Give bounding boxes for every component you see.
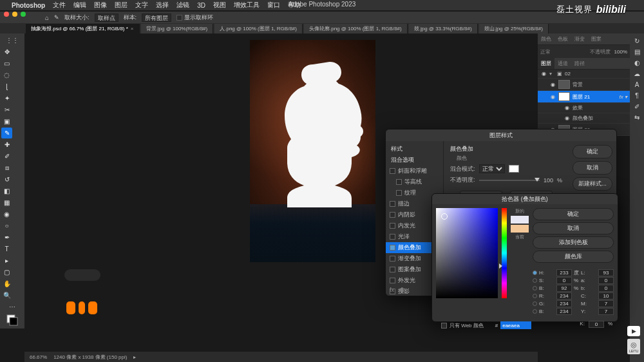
layer-effect-row[interactable]: ◉ 效果 — [538, 103, 630, 113]
paragraph-icon[interactable]: ¶ — [635, 92, 638, 99]
visibility-icon[interactable]: ◉ — [549, 94, 556, 100]
zoom-tool[interactable]: 🔍 — [1, 290, 12, 301]
menu-select[interactable]: 选择 — [156, 1, 169, 10]
frame-tool[interactable]: ▣ — [1, 116, 12, 127]
fx-menu-icon[interactable]: fx — [390, 287, 394, 293]
visibility-icon[interactable]: ◉ — [540, 71, 547, 77]
color-libraries-button[interactable]: 颜色库 — [533, 251, 614, 263]
picker-ring[interactable] — [441, 213, 448, 220]
dodge-tool[interactable]: ○ — [1, 220, 12, 231]
add-swatch-button[interactable]: 添加到色板 — [533, 236, 614, 249]
character-icon[interactable]: A — [635, 81, 639, 88]
h-input[interactable] — [556, 269, 572, 276]
hue-slider[interactable] — [502, 208, 507, 298]
swap-icon[interactable]: ⇆ — [634, 114, 639, 121]
tab-gradients[interactable]: 渐变 — [571, 33, 588, 44]
color-swatches[interactable] — [1, 313, 23, 327]
edit-toolbar[interactable]: ⋯ — [1, 301, 23, 312]
bb-input[interactable] — [556, 308, 572, 315]
doc-tab-4[interactable]: 鼓.jpg @ 33.3%(RGB/8#) — [409, 24, 478, 33]
blend-mode-select[interactable]: 正常 — [479, 164, 505, 173]
web-only-checkbox[interactable] — [441, 323, 447, 329]
history-brush-tool[interactable]: ↺ — [1, 174, 12, 185]
tab-layers[interactable]: 图层 — [538, 58, 554, 69]
opacity-value[interactable]: 100 — [544, 177, 553, 184]
styles-header[interactable]: 样式 — [386, 144, 443, 155]
tab-paths[interactable]: 路径 — [571, 58, 588, 69]
minimize-icon[interactable] — [12, 12, 17, 17]
opacity-value[interactable]: 100% — [614, 49, 627, 55]
visibility-icon[interactable]: ◉ — [549, 82, 556, 88]
bb-radio[interactable] — [533, 309, 537, 314]
healing-tool[interactable]: ✚ — [1, 139, 12, 150]
move-tool[interactable]: ✥ — [1, 46, 12, 57]
layer-effect-row[interactable]: ◉ 颜色叠加 — [538, 113, 630, 124]
doc-tab-3[interactable]: 头像轮廓.png @ 100% (图层 1, RGB/8#) — [304, 24, 408, 33]
blend-mode-select[interactable]: 正常 — [540, 48, 551, 55]
marquee-tool[interactable]: ◌ — [1, 70, 12, 81]
tab-swatches[interactable]: 色板 — [554, 33, 571, 44]
lab-b-input[interactable] — [598, 285, 614, 292]
menu-layer[interactable]: 图层 — [115, 1, 128, 10]
doc-tab-5[interactable]: 鼓山.jpg @ 25%(RGB/8#) — [479, 24, 549, 33]
m-input[interactable] — [598, 300, 614, 307]
blur-tool[interactable]: ◉ — [1, 209, 12, 220]
gradient-tool[interactable]: ▦ — [1, 197, 12, 208]
contextual-taskbar[interactable] — [64, 269, 100, 281]
ok-button[interactable]: 确定 — [573, 145, 612, 158]
l-input[interactable] — [598, 269, 614, 276]
dialog-title[interactable]: 图层样式 — [386, 129, 616, 141]
tab-color[interactable]: 颜色 — [538, 33, 554, 44]
doc-tab-2[interactable]: 人.png @ 100% (图层 1, RGB/8#) — [214, 24, 303, 33]
artboard-tool[interactable]: ▭ — [1, 58, 12, 69]
trash-icon[interactable]: 🗑 — [399, 287, 405, 293]
r-input[interactable] — [556, 292, 572, 300]
g-input[interactable] — [556, 300, 572, 307]
type-tool[interactable]: T — [1, 243, 12, 254]
eyedropper-tool-icon[interactable]: ✎ — [54, 14, 59, 21]
quick-select-tool[interactable]: ✦ — [1, 93, 12, 104]
tab-channels[interactable]: 通道 — [554, 58, 571, 69]
ok-button[interactable]: 确定 — [533, 208, 614, 220]
tab-patterns[interactable]: 图案 — [588, 33, 605, 44]
close-icon[interactable]: × — [131, 26, 134, 32]
menu-plugins[interactable]: 增效工具 — [234, 1, 260, 10]
new-style-button[interactable]: 新建样式... — [573, 177, 612, 191]
layer-folder[interactable]: ◉ ▾ ▣ 02 — [538, 70, 630, 79]
pen-tool[interactable]: ✒ — [1, 232, 12, 243]
s-input[interactable] — [556, 277, 572, 284]
eraser-tool[interactable]: ◧ — [1, 186, 12, 196]
close-icon[interactable] — [4, 12, 9, 17]
app-name[interactable]: Photoshop — [12, 2, 45, 9]
visibility-icon[interactable]: ◉ — [564, 115, 570, 121]
fx-badge[interactable]: fx ▾ — [620, 94, 627, 100]
g-radio[interactable] — [533, 301, 537, 306]
history-icon[interactable]: ↻ — [634, 37, 639, 44]
adjustments-icon[interactable]: ◐ — [634, 59, 640, 66]
cancel-button[interactable]: 取消 — [573, 161, 612, 175]
brushes-icon[interactable]: ✐ — [634, 103, 639, 110]
show-ring-checkbox[interactable] — [176, 15, 182, 21]
sample-size-select[interactable]: 取样点 — [95, 14, 118, 22]
stamp-tool[interactable]: ⧇ — [1, 162, 12, 173]
visibility-icon[interactable]: ◉ — [564, 105, 570, 111]
layer-row-selected[interactable]: ◉ 图层 21 fx ▾ — [538, 91, 630, 103]
menu-view[interactable]: 视图 — [213, 1, 226, 10]
doc-tab-1[interactable]: 背景.jpg @ 100%(RGB/8#) — [141, 24, 214, 33]
hand-tool[interactable]: ✋ — [1, 278, 12, 289]
zoom-level[interactable]: 66.67% — [30, 354, 47, 360]
style-bevel[interactable]: 斜面和浮雕 — [386, 166, 443, 176]
a-input[interactable] — [598, 277, 614, 284]
k-input[interactable] — [589, 321, 604, 328]
menu-edit[interactable]: 编辑 — [73, 1, 86, 10]
path-select-tool[interactable]: ▸ — [1, 255, 12, 266]
cancel-button[interactable]: 取消 — [533, 222, 614, 234]
libraries-icon[interactable]: ☁ — [634, 70, 640, 77]
c-input[interactable] — [598, 292, 614, 300]
opacity-slider[interactable] — [479, 180, 540, 181]
h-radio[interactable] — [533, 271, 537, 275]
layer-row[interactable]: ◉ 背景 — [538, 79, 630, 91]
hex-input[interactable] — [500, 321, 531, 329]
zoom-icon[interactable] — [21, 12, 26, 17]
y-input[interactable] — [598, 308, 614, 315]
